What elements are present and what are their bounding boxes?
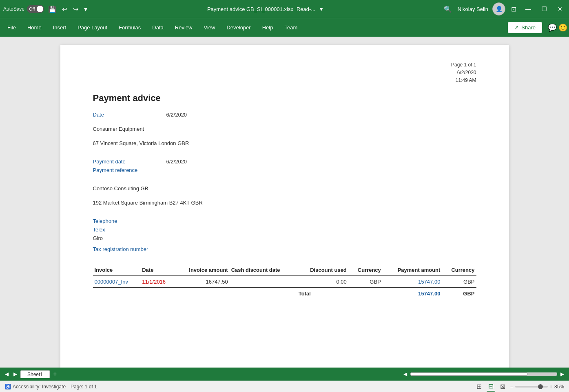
total-empty1	[140, 288, 175, 299]
title-bar: AutoSave Off 💾 ↩ ↪ ▾ Payment advice GB_S…	[0, 0, 569, 18]
scroll-right-btn[interactable]: ▶	[559, 370, 566, 378]
telephone-label: Telephone	[93, 218, 150, 224]
telex-label: Telex	[93, 227, 150, 233]
zoom-thumb	[538, 384, 543, 389]
avatar[interactable]: 👤	[492, 2, 505, 15]
accessibility-status[interactable]: ♿ Accessibility: Investigate	[5, 384, 66, 390]
autosave-label: AutoSave	[3, 6, 24, 12]
cell-cash-discount-date	[230, 276, 297, 288]
cell-date: 11/1/2016	[140, 276, 175, 288]
tax-reg-row: Tax registration number	[93, 246, 476, 252]
search-icon[interactable]: 🔍	[442, 4, 454, 14]
company-address: 67 Vincent Square, Victoria London GBR	[93, 140, 476, 146]
invoice-table: Invoice Date Invoice amount Cash discoun…	[93, 264, 476, 299]
page-break-view-btn[interactable]: ⊠	[498, 382, 507, 391]
add-sheet-button[interactable]: +	[51, 370, 58, 378]
sheet-tab-area: ◀ ▶ Sheet1 +	[3, 370, 58, 378]
total-label-cell	[93, 288, 141, 299]
title-bar-left: AutoSave Off 💾 ↩ ↪ ▾	[3, 4, 89, 14]
zoom-control: − + 85%	[510, 383, 564, 390]
page-layout-view-btn[interactable]: ⊟	[487, 381, 495, 392]
scroll-left-btn[interactable]: ◀	[402, 370, 409, 378]
menu-view[interactable]: View	[198, 22, 221, 33]
cell-invoice-amount: 16747.50	[175, 276, 229, 288]
giro-label: Giro	[93, 235, 103, 241]
toggle-knob	[37, 6, 43, 12]
date-value: 6/2/2020	[166, 112, 187, 118]
telephone-row: Telephone	[93, 218, 476, 224]
zoom-in-btn[interactable]: +	[549, 383, 553, 390]
payment-ref-row: Payment reference	[93, 167, 476, 173]
page-info: Page 1 of 1 6/2/2020 11:49 AM	[93, 61, 476, 85]
recipient-name: Contoso Consulting GB	[93, 185, 476, 192]
menu-home[interactable]: Home	[22, 22, 47, 33]
sheet-nav-prev[interactable]: ◀	[3, 370, 10, 378]
table-header-row: Invoice Date Invoice amount Cash discoun…	[93, 264, 476, 276]
total-payment-amount: 15747.00	[383, 288, 442, 299]
close-button[interactable]: ✕	[554, 4, 566, 14]
total-empty2	[175, 288, 229, 299]
th-payment-amount: Payment amount	[383, 264, 442, 276]
sheet-container[interactable]: Page 1 of 1 6/2/2020 11:49 AM Payment ad…	[0, 37, 569, 368]
accessibility-icon: ♿	[5, 384, 11, 390]
autosave-toggle[interactable]: Off	[27, 5, 44, 13]
restore-button[interactable]: ❐	[538, 4, 550, 14]
customize-icon[interactable]: ▾	[82, 4, 89, 14]
share-button[interactable]: ↗ Share	[508, 22, 542, 33]
sheet-tab-sheet1[interactable]: Sheet1	[20, 370, 50, 378]
sheet-nav-next[interactable]: ▶	[12, 370, 19, 378]
redo-icon[interactable]: ↪	[71, 4, 80, 14]
cell-discount-used: 0.00	[297, 276, 348, 288]
minimize-button[interactable]: —	[522, 4, 534, 14]
th-date: Date	[140, 264, 175, 276]
page-time: 11:49 AM	[93, 77, 476, 84]
date-row: Date 6/2/2020	[93, 112, 476, 118]
status-right: ⊞ ⊟ ⊠ − + 85%	[475, 381, 564, 392]
fullscreen-icon[interactable]: ⊡	[509, 4, 518, 14]
menu-file[interactable]: File	[2, 22, 22, 33]
menu-developer[interactable]: Developer	[221, 22, 256, 33]
bottom-bar: ◀ ▶ Sheet1 + ◀ ▶	[0, 368, 569, 381]
menu-page-layout[interactable]: Page Layout	[72, 22, 113, 33]
menu-data[interactable]: Data	[146, 22, 169, 33]
cell-currency1: GBP	[348, 276, 383, 288]
share-icon: ↗	[514, 24, 519, 31]
save-icon[interactable]: 💾	[46, 4, 58, 14]
payment-date-value: 6/2/2020	[166, 159, 187, 165]
zoom-value: 85%	[554, 384, 564, 390]
company-name: Consumer Equipment	[93, 126, 476, 132]
zoom-out-btn[interactable]: −	[510, 383, 514, 390]
page-label: Page: 1 of 1	[71, 384, 97, 390]
menu-formulas[interactable]: Formulas	[113, 22, 146, 33]
th-currency1: Currency	[348, 264, 383, 276]
dropdown-icon[interactable]: ▼	[319, 6, 324, 12]
table-row: 00000007_Inv 11/1/2016 16747.50 0.00 GBP…	[93, 276, 476, 288]
menu-team[interactable]: Team	[279, 22, 303, 33]
cell-currency2: GBP	[442, 276, 476, 288]
read-mode-label: Read-...	[297, 6, 315, 12]
menu-review[interactable]: Review	[169, 22, 198, 33]
comment-icon[interactable]: 💬	[548, 23, 557, 32]
page-content: Page 1 of 1 6/2/2020 11:49 AM Payment ad…	[60, 45, 509, 368]
total-currency: GBP	[442, 288, 476, 299]
document-title: Payment advice	[93, 93, 476, 104]
status-bar: ♿ Accessibility: Investigate Page: 1 of …	[0, 381, 569, 392]
th-currency2: Currency	[442, 264, 476, 276]
th-invoice: Invoice	[93, 264, 141, 276]
cell-payment-amount: 15747.00	[383, 276, 442, 288]
giro-row: Giro	[93, 235, 476, 244]
menu-insert[interactable]: Insert	[47, 22, 72, 33]
undo-icon[interactable]: ↩	[60, 4, 69, 14]
emoji-icon[interactable]: 🙂	[558, 23, 567, 32]
user-name: Nikolay Selin	[458, 6, 488, 12]
menu-help[interactable]: Help	[257, 22, 279, 33]
telex-row: Telex	[93, 227, 476, 233]
title-bar-center: Payment advice GB_SI_000001.xlsx Read-..…	[92, 6, 439, 12]
h-scrollbar[interactable]	[410, 372, 557, 376]
accessibility-label: Accessibility: Investigate	[13, 384, 66, 390]
title-bar-right: 🔍 Nikolay Selin 👤 ⊡ — ❐ ✕	[442, 2, 566, 15]
zoom-slider[interactable]	[515, 386, 548, 388]
cell-invoice: 00000007_Inv	[93, 276, 141, 288]
normal-view-btn[interactable]: ⊞	[475, 382, 483, 391]
recipient-address: 192 Market Square Birmingham B27 4KT GBR	[93, 200, 476, 206]
